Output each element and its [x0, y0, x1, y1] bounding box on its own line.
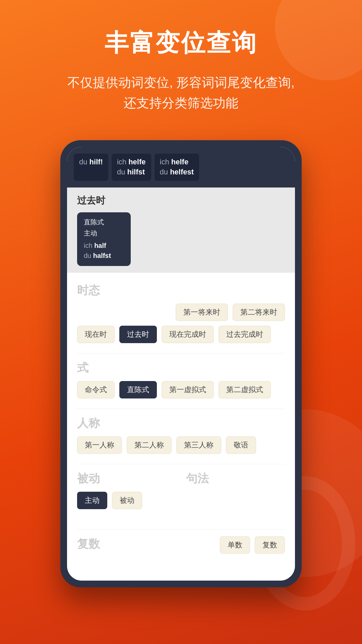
card-verb2: halfst: [93, 252, 111, 259]
person-tag-second[interactable]: 第二人称: [127, 436, 172, 454]
mood-filter-label: 式: [77, 360, 285, 376]
tense-tags-row1: 第一将来时 第二将来时: [77, 304, 285, 321]
plural-tags: 单数 复数: [220, 536, 285, 554]
phone-mockup: du hilf! ich helfe du hilfst ich helfe d…: [60, 140, 302, 588]
tense-tag-future1[interactable]: 第一将来时: [176, 304, 228, 321]
mood-filter: 式 命令式 直陈式 第一虚拟式 第二虚拟式: [77, 360, 285, 398]
card-mood: 直陈式: [84, 218, 124, 227]
conjugation-area: du hilf! ich helfe du hilfst ich helfe d…: [67, 147, 295, 188]
tooltip-1: du hilf!: [74, 154, 108, 181]
tooltip-3: ich helfe du helfest: [155, 154, 199, 181]
past-tense-section: 过去时 直陈式 主动 ich half du halfst: [67, 187, 295, 273]
person-tag-formal[interactable]: 敬语: [226, 436, 256, 454]
tooltip-3-verb1: helfe: [171, 158, 188, 166]
tooltip-3-pronoun1: ich: [160, 158, 171, 166]
card-voice: 主动: [84, 229, 124, 238]
mood-tag-indicative[interactable]: 直陈式: [119, 381, 157, 398]
divider-2: [77, 409, 285, 409]
person-filter: 人称 第一人称 第二人称 第三人称 敬语: [77, 416, 285, 454]
filter-panel: 时态 第一将来时 第二将来时 现在时 过去时 现在完成时 过去完成时 式: [67, 273, 295, 581]
person-tag-third[interactable]: 第三人称: [176, 436, 221, 454]
syntax-filter-label: 句法: [186, 471, 285, 486]
plural-filter: 复数 单数 复数: [77, 536, 285, 557]
plural-tag-plural[interactable]: 复数: [255, 536, 285, 554]
divider-1: [77, 353, 285, 354]
card-verb1: half: [94, 242, 106, 249]
voice-filter-label: 被动: [77, 471, 176, 486]
tooltips-row: du hilf! ich helfe du hilfst ich helfe d…: [74, 154, 288, 181]
voice-filter: 被动 主动 被动: [77, 471, 176, 509]
page-content: 丰富变位查询 不仅提供动词变位, 形容词词尾变化查询,还支持分类筛选功能 du …: [0, 0, 362, 587]
tooltip-2-pronoun1: ich: [117, 158, 128, 166]
card-pronoun2: du: [84, 252, 93, 259]
voice-tag-passive[interactable]: 被动: [112, 492, 142, 509]
voice-tags: 主动 被动: [77, 492, 176, 509]
card-pronoun1: ich: [84, 242, 94, 249]
tense-title: 过去时: [77, 194, 285, 207]
tooltip-3-verb2: helfest: [170, 168, 194, 176]
mood-tag-subjunctive1[interactable]: 第一虚拟式: [162, 381, 214, 398]
tooltip-2: ich helfe du hilfst: [112, 154, 151, 181]
phone-screen: du hilf! ich helfe du hilfst ich helfe d…: [67, 147, 295, 581]
subtitle: 不仅提供动词变位, 形容词词尾变化查询,还支持分类筛选功能: [47, 72, 315, 113]
tense-tag-future2[interactable]: 第二将来时: [233, 304, 285, 321]
divider-3: [77, 464, 285, 464]
tooltip-1-pronoun: du: [79, 158, 89, 166]
mood-tag-subjunctive2[interactable]: 第二虚拟式: [219, 381, 271, 398]
card-verb-line1: ich half: [84, 240, 124, 251]
tense-tag-past-perfect[interactable]: 过去完成时: [219, 326, 271, 343]
tense-tags-row2: 现在时 过去时 现在完成时 过去完成时: [77, 326, 285, 343]
tooltip-1-verb: hilf!: [89, 158, 103, 166]
syntax-filter: 句法: [186, 471, 285, 492]
plural-filter-label: 复数: [77, 536, 100, 552]
person-tag-first[interactable]: 第一人称: [77, 436, 122, 454]
divider-4: [77, 529, 285, 530]
tense-filter-label: 时态: [77, 283, 285, 298]
tense-tag-present-perfect[interactable]: 现在完成时: [162, 326, 214, 343]
mood-tags: 命令式 直陈式 第一虚拟式 第二虚拟式: [77, 381, 285, 398]
mood-tag-imperative[interactable]: 命令式: [77, 381, 115, 398]
tooltip-2-verb2: hilfst: [127, 168, 145, 176]
tooltip-2-verb1: helfe: [128, 158, 145, 166]
tooltip-3-pronoun2: du: [160, 168, 170, 176]
tense-tag-past[interactable]: 过去时: [119, 326, 157, 343]
person-tags: 第一人称 第二人称 第三人称 敬语: [77, 436, 285, 454]
tense-filter: 时态 第一将来时 第二将来时 现在时 过去时 现在完成时 过去完成时: [77, 283, 285, 343]
conjugation-card: 直陈式 主动 ich half du halfst: [77, 212, 131, 266]
main-title: 丰富变位查询: [105, 27, 257, 59]
voice-tag-active[interactable]: 主动: [77, 492, 107, 509]
person-filter-label: 人称: [77, 416, 285, 431]
tooltip-2-pronoun2: du: [117, 168, 127, 176]
plural-tag-singular[interactable]: 单数: [220, 536, 250, 554]
card-verb-line2: du halfst: [84, 251, 124, 261]
tense-tag-present[interactable]: 现在时: [77, 326, 115, 343]
